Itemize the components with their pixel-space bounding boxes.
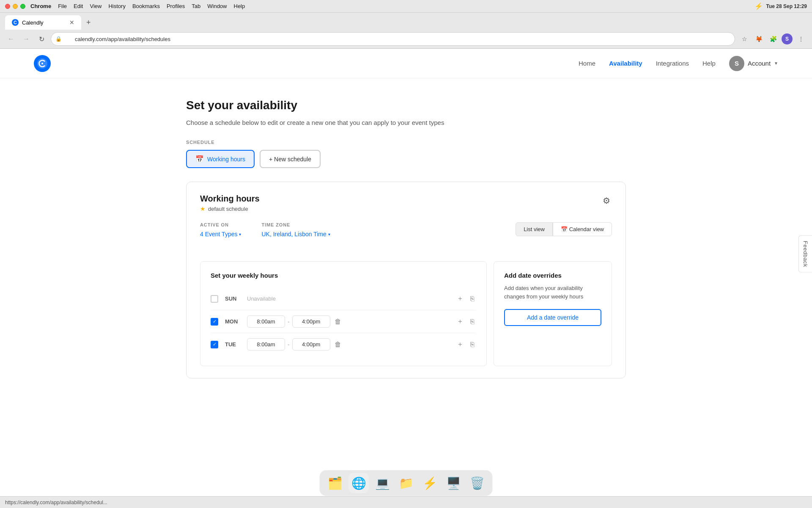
tab-close-button[interactable]: ✕ <box>69 19 74 26</box>
tue-checkbox[interactable]: ✓ <box>211 341 218 348</box>
account-chevron-icon: ▼ <box>774 61 778 66</box>
mon-copy-button[interactable]: ⎘ <box>469 316 476 327</box>
add-override-button[interactable]: Add a date override <box>504 309 601 326</box>
overrides-desc: Add dates when your availability changes… <box>504 284 601 301</box>
logo[interactable] <box>34 55 51 72</box>
close-button[interactable] <box>5 4 10 9</box>
tue-delete-button[interactable]: 🗑 <box>333 339 343 350</box>
new-tab-button[interactable]: + <box>83 17 94 29</box>
list-view-button[interactable]: List view <box>516 222 553 236</box>
dock: 🗂️ 🌐 💻 📁 ⚡ 🖥️ 🗑️ <box>319 470 493 496</box>
schedule-section-label: SCHEDULE <box>186 140 626 145</box>
menu-file[interactable]: File <box>58 3 67 9</box>
puzzle-icon[interactable]: 🧩 <box>767 33 779 45</box>
title-bar: Chrome File Edit View History Bookmarks … <box>0 0 812 13</box>
menu-history[interactable]: History <box>108 3 125 9</box>
status-url: https://calendly.com/app/availability/sc… <box>5 500 107 505</box>
tue-start-time[interactable] <box>247 338 285 351</box>
account-menu[interactable]: S Account ▼ <box>729 56 778 71</box>
lock-icon: 🔒 <box>55 36 62 42</box>
timezone-value[interactable]: UK, Ireland, Lisbon Time ▾ <box>261 231 330 237</box>
table-row: ✓ TUE - 🗑 ＋ ⎘ <box>211 333 476 356</box>
sun-unavailable-text: Unavailable <box>247 295 448 302</box>
dock-reeder-icon[interactable]: ⚡ <box>420 473 440 493</box>
forward-button[interactable]: → <box>20 33 32 45</box>
sun-actions: ＋ ⎘ <box>455 293 476 305</box>
timezone-label: TIME ZONE <box>261 222 330 227</box>
star-icon[interactable]: ☆ <box>738 33 750 45</box>
user-avatar: S <box>729 56 744 71</box>
address-input-container[interactable]: 🔒 calendly.com/app/availability/schedule… <box>51 32 735 46</box>
menu-view[interactable]: View <box>90 3 102 9</box>
mon-delete-button[interactable]: 🗑 <box>333 316 343 327</box>
nav-help[interactable]: Help <box>702 60 716 67</box>
top-nav: Home Availability Integrations Help S Ac… <box>0 49 812 78</box>
tue-end-time[interactable] <box>292 338 330 351</box>
browser-user-avatar[interactable]: S <box>782 33 793 44</box>
schedule-icon: 📅 <box>195 155 204 163</box>
dock-chrome-icon[interactable]: 🌐 <box>348 473 369 493</box>
extension-fox-icon[interactable]: 🦊 <box>753 33 765 45</box>
nav-availability[interactable]: Availability <box>609 60 642 67</box>
menu-bookmarks[interactable]: Bookmarks <box>132 3 160 9</box>
overrides-title: Add date overrides <box>504 272 601 279</box>
mon-checkbox[interactable]: ✓ <box>211 318 218 326</box>
mon-actions: ＋ ⎘ <box>455 315 476 328</box>
nav-links: Home Availability Integrations Help S Ac… <box>579 56 778 71</box>
sun-copy-button[interactable]: ⎘ <box>469 293 476 304</box>
table-row: SUN Unavailable ＋ ⎘ <box>211 287 476 310</box>
tue-time-separator: - <box>288 341 290 348</box>
menu-profiles[interactable]: Profiles <box>167 3 185 9</box>
minimize-button[interactable] <box>13 4 18 9</box>
menu-chrome[interactable]: Chrome <box>30 3 51 9</box>
dock-iterm-icon[interactable]: 🖥️ <box>443 473 464 493</box>
mon-end-time[interactable] <box>292 315 330 328</box>
sun-add-button[interactable]: ＋ <box>455 293 465 305</box>
mon-start-time[interactable] <box>247 315 285 328</box>
working-hours-schedule-button[interactable]: 📅 Working hours <box>186 150 255 168</box>
reload-button[interactable]: ↻ <box>36 33 47 45</box>
menu-edit[interactable]: Edit <box>74 3 83 9</box>
tue-add-button[interactable]: ＋ <box>455 338 465 351</box>
nav-home[interactable]: Home <box>579 60 595 67</box>
dock-terminal-icon[interactable]: 💻 <box>372 473 392 493</box>
active-tab[interactable]: C Calendly ✕ <box>5 15 81 30</box>
calendly-logo-icon <box>34 55 51 72</box>
dock-files-icon[interactable]: 📁 <box>396 473 416 493</box>
back-button[interactable]: ← <box>5 33 17 45</box>
nav-integrations[interactable]: Integrations <box>656 60 689 67</box>
url-display: calendly.com/app/availability/schedules <box>75 36 170 42</box>
menu-window[interactable]: Window <box>207 3 227 9</box>
tab-title: Calendly <box>22 19 44 26</box>
menu-tab[interactable]: Tab <box>192 3 200 9</box>
tue-copy-button[interactable]: ⎘ <box>469 339 476 350</box>
dock-finder-icon[interactable]: 🗂️ <box>325 473 345 493</box>
calendar-view-button[interactable]: 📅 Calendar view <box>553 222 612 236</box>
card-title-section: Working hours ★ default schedule <box>200 194 260 212</box>
mon-label: MON <box>225 318 240 325</box>
dock-trash-icon[interactable]: 🗑️ <box>467 473 487 493</box>
fullscreen-button[interactable] <box>20 4 25 9</box>
settings-button[interactable]: ⚙ <box>601 194 612 207</box>
tab-favicon: C <box>12 19 19 26</box>
tue-time-inputs: - 🗑 <box>247 338 448 351</box>
table-row: ✓ MON - 🗑 ＋ ⎘ <box>211 310 476 333</box>
menu-help[interactable]: Help <box>234 3 245 9</box>
new-schedule-button[interactable]: + New schedule <box>260 150 321 168</box>
main-content: Set your availability Choose a schedule … <box>152 78 660 399</box>
working-hours-card: Working hours ★ default schedule ⚙ ACTIV… <box>186 182 626 378</box>
card-header: Working hours ★ default schedule ⚙ <box>200 194 612 212</box>
weekly-title: Set your weekly hours <box>211 272 476 279</box>
sun-checkbox[interactable] <box>211 295 218 303</box>
mon-add-button[interactable]: ＋ <box>455 315 465 328</box>
traffic-lights <box>5 4 25 9</box>
battery-icon: ⚡ <box>754 2 763 10</box>
tab-bar: C Calendly ✕ + <box>0 13 812 30</box>
address-bar: ← → ↻ 🔒 calendly.com/app/availability/sc… <box>0 30 812 48</box>
page-title: Set your availability <box>186 99 626 112</box>
active-on-item: ACTIVE ON 4 Event Types ▾ <box>200 222 241 237</box>
menu-dots-icon[interactable]: ⋮ <box>795 33 807 45</box>
feedback-tab[interactable]: Feedback <box>798 235 812 273</box>
active-on-value[interactable]: 4 Event Types ▾ <box>200 231 241 237</box>
star-icon: ★ <box>200 205 206 212</box>
